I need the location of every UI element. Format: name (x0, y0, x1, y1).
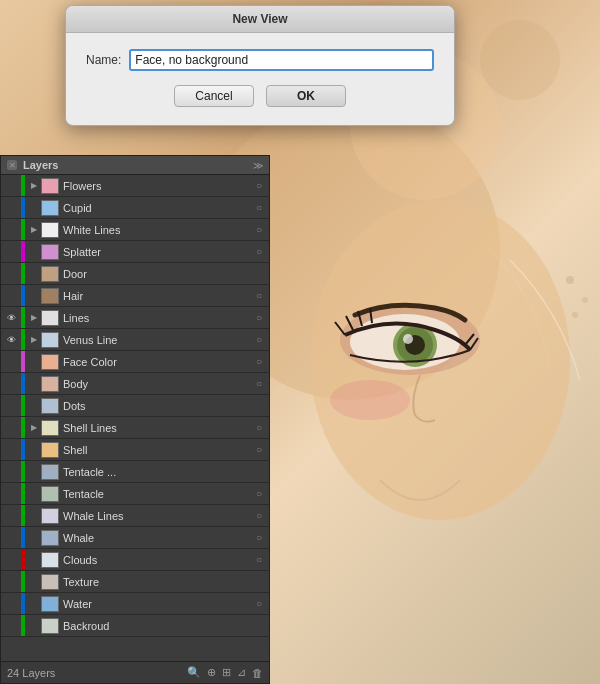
layer-color-stripe (21, 571, 25, 592)
layer-mode-icon[interactable]: ○ (249, 378, 269, 389)
layer-row[interactable]: Splatter○ (1, 241, 269, 263)
layer-visibility-icon[interactable]: 👁 (1, 313, 21, 323)
layer-color-stripe (21, 527, 25, 548)
layer-color-stripe (21, 615, 25, 636)
layer-thumbnail (41, 178, 59, 194)
layer-expand-arrow[interactable]: ▶ (27, 335, 41, 344)
panel-expand-button[interactable]: ≫ (253, 160, 263, 171)
layer-color-stripe (21, 373, 25, 394)
layer-color-stripe (21, 461, 25, 482)
search-icon[interactable]: 🔍 (187, 666, 201, 679)
name-input[interactable] (129, 49, 434, 71)
layer-color-stripe (21, 395, 25, 416)
layer-name-label: Whale Lines (63, 510, 249, 522)
panel-close-button[interactable]: ✕ (7, 160, 17, 170)
layer-expand-arrow[interactable]: ▶ (27, 181, 41, 190)
layer-mode-icon[interactable]: ○ (249, 598, 269, 609)
ok-button[interactable]: OK (266, 85, 346, 107)
layer-thumbnail (41, 354, 59, 370)
layer-row[interactable]: Water○ (1, 593, 269, 615)
layer-row[interactable]: ▶Shell Lines○ (1, 417, 269, 439)
layer-mode-icon[interactable]: ○ (249, 224, 269, 235)
layer-name-label: Texture (63, 576, 249, 588)
layer-color-stripe (21, 175, 25, 196)
layers-panel: ✕ Layers ≫ ▶Flowers○Cupid○▶White Lines○S… (0, 155, 270, 684)
layer-mode-icon[interactable]: ○ (249, 202, 269, 213)
svg-point-8 (566, 276, 574, 284)
delete-icon[interactable]: 🗑 (252, 667, 263, 679)
layer-row[interactable]: Cupid○ (1, 197, 269, 219)
layers-footer-icons: 🔍 ⊕ ⊞ ⊿ 🗑 (187, 666, 263, 679)
cancel-button[interactable]: Cancel (174, 85, 254, 107)
layer-row[interactable]: Whale Lines○ (1, 505, 269, 527)
adjust-icon[interactable]: ⊿ (237, 666, 246, 679)
layer-row[interactable]: 👁▶Lines○ (1, 307, 269, 329)
layer-color-stripe (21, 439, 25, 460)
layer-thumbnail (41, 420, 59, 436)
layer-color-stripe (21, 351, 25, 372)
layer-expand-arrow[interactable]: ▶ (27, 423, 41, 432)
layer-thumbnail (41, 376, 59, 392)
layer-row[interactable]: Shell○ (1, 439, 269, 461)
layer-visibility-icon[interactable]: 👁 (1, 335, 21, 345)
dialog-titlebar: New View (66, 6, 454, 33)
layer-thumbnail (41, 530, 59, 546)
layer-name-label: Backroud (63, 620, 249, 632)
layer-row[interactable]: ▶Flowers○ (1, 175, 269, 197)
layer-expand-arrow[interactable]: ▶ (27, 313, 41, 322)
layer-row[interactable]: Door (1, 263, 269, 285)
layer-row[interactable]: Texture (1, 571, 269, 593)
layer-thumbnail (41, 222, 59, 238)
layer-row[interactable]: Dots (1, 395, 269, 417)
layer-mode-icon[interactable]: ○ (249, 444, 269, 455)
layer-color-stripe (21, 417, 25, 438)
layer-mode-icon[interactable]: ○ (249, 510, 269, 521)
layer-name-label: Shell Lines (63, 422, 249, 434)
layer-thumbnail (41, 618, 59, 634)
layer-mode-icon[interactable]: ○ (249, 356, 269, 367)
layer-name-label: Hair (63, 290, 249, 302)
layer-mode-icon[interactable]: ○ (249, 180, 269, 191)
layer-name-label: Door (63, 268, 249, 280)
layer-name-label: Splatter (63, 246, 249, 258)
group-icon[interactable]: ⊞ (222, 666, 231, 679)
layer-mode-icon[interactable]: ○ (249, 532, 269, 543)
dialog-title: New View (232, 12, 287, 26)
layer-mode-icon[interactable]: ○ (249, 488, 269, 499)
layer-mode-icon[interactable]: ○ (249, 554, 269, 565)
layer-row[interactable]: Whale○ (1, 527, 269, 549)
layer-mode-icon[interactable]: ○ (249, 290, 269, 301)
layer-row[interactable]: Hair○ (1, 285, 269, 307)
layer-row[interactable]: Tentacle ... (1, 461, 269, 483)
layer-row[interactable]: 👁▶Venus Line○ (1, 329, 269, 351)
layer-row[interactable]: Tentacle○ (1, 483, 269, 505)
layer-name-label: Venus Line (63, 334, 249, 346)
layer-name-label: Dots (63, 400, 249, 412)
layer-row[interactable]: Backroud (1, 615, 269, 637)
layer-name-label: Water (63, 598, 249, 610)
layer-mode-icon[interactable]: ○ (249, 422, 269, 433)
layer-thumbnail (41, 398, 59, 414)
layer-thumbnail (41, 244, 59, 260)
layer-name-label: Face Color (63, 356, 249, 368)
layer-name-label: Body (63, 378, 249, 390)
layer-row[interactable]: Clouds○ (1, 549, 269, 571)
layer-expand-arrow[interactable]: ▶ (27, 225, 41, 234)
layer-name-label: Tentacle ... (63, 466, 249, 478)
layer-mode-icon[interactable]: ○ (249, 246, 269, 257)
layer-row[interactable]: Body○ (1, 373, 269, 395)
new-layer-icon[interactable]: ⊕ (207, 666, 216, 679)
new-view-dialog: New View Name: Cancel OK (65, 5, 455, 126)
svg-point-9 (582, 297, 588, 303)
layer-mode-icon[interactable]: ○ (249, 334, 269, 345)
layer-color-stripe (21, 197, 25, 218)
layer-row[interactable]: Face Color○ (1, 351, 269, 373)
layer-thumbnail (41, 332, 59, 348)
layer-name-label: Cupid (63, 202, 249, 214)
layer-mode-icon[interactable]: ○ (249, 312, 269, 323)
layer-thumbnail (41, 200, 59, 216)
layer-row[interactable]: ▶White Lines○ (1, 219, 269, 241)
layer-thumbnail (41, 596, 59, 612)
name-label: Name: (86, 53, 121, 67)
panel-title: Layers (23, 159, 58, 171)
